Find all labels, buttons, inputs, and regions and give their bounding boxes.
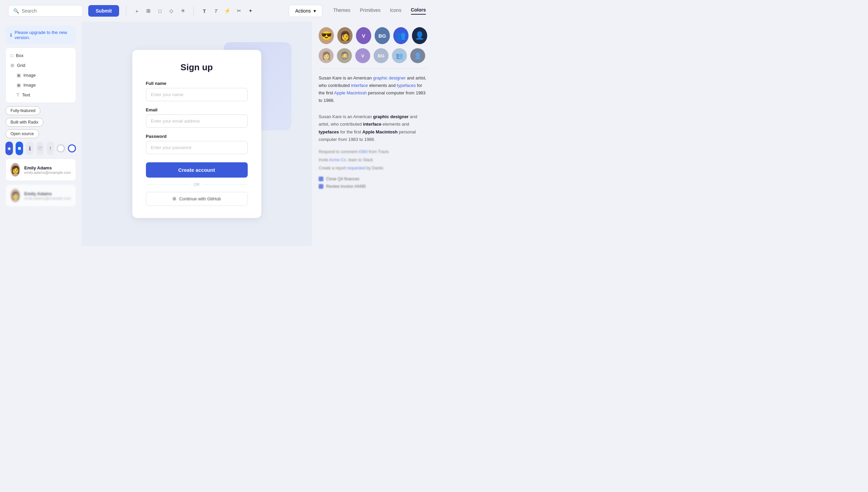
- or-line-left: [146, 184, 190, 185]
- email-input[interactable]: [146, 114, 248, 128]
- link-interface[interactable]: interface: [351, 83, 368, 88]
- notification-list: Respond to comment #384 from Travis Invi…: [319, 149, 427, 171]
- upgrade-notice: ℹ Please upgrade to the new version.: [5, 26, 76, 44]
- heart-btn[interactable]: ♡: [36, 142, 44, 155]
- full-name-group: Full name: [146, 81, 248, 101]
- plus-icon[interactable]: +: [133, 7, 140, 15]
- notif-link-1[interactable]: #384: [358, 149, 367, 154]
- avatar-sm-dark-icon[interactable]: 👤: [410, 48, 425, 63]
- user-email-2: emily.adams@example.com: [24, 196, 71, 200]
- search-icon: 🔍: [13, 8, 19, 14]
- text2-3: elements and: [381, 122, 409, 127]
- notif-2: Invite Acme Co. team to Slack: [319, 157, 427, 163]
- actions-label: Actions: [295, 8, 311, 14]
- nav-item-icons[interactable]: Icons: [390, 7, 401, 14]
- text2-bold-2: interface: [363, 122, 381, 127]
- notif-link-3[interactable]: requested: [347, 166, 365, 170]
- password-input[interactable]: [146, 141, 248, 154]
- text2-bold-3: typefaces: [319, 129, 339, 134]
- asterisk-icon[interactable]: ✳: [179, 7, 187, 15]
- badge-open-source[interactable]: Open source: [5, 129, 39, 138]
- text-kare-3: elements and: [368, 83, 397, 88]
- center-panel: Sign up Full name Email Password Create …: [81, 22, 312, 246]
- checkbox-2[interactable]: Review invoice #4490: [319, 184, 427, 189]
- toolbar-divider-1: [126, 6, 126, 16]
- text2-bold-1: graphic designer: [373, 114, 409, 119]
- tree-item-box-label: Box: [16, 53, 23, 58]
- badge-fully-featured[interactable]: Fully-featured: [5, 106, 40, 115]
- avatar-people-icon[interactable]: 👥: [393, 27, 409, 44]
- or-line-right: [203, 184, 248, 185]
- github-button[interactable]: ⚙ Continue with GitHub: [146, 192, 248, 206]
- link-apple-macintosh[interactable]: Apple Macintosh: [334, 90, 367, 95]
- square-icon[interactable]: □: [156, 7, 164, 15]
- nav-item-colors[interactable]: Colors: [411, 7, 426, 15]
- avatar-letter-v[interactable]: V: [356, 27, 371, 44]
- avatar-sm-letter-v[interactable]: V: [355, 48, 370, 63]
- notif-link-2[interactable]: Acme Co.: [329, 158, 347, 162]
- create-account-button[interactable]: Create account: [146, 162, 248, 178]
- tree-item-box[interactable]: □ Box: [6, 51, 76, 60]
- user-name-2: Emily Adams: [24, 191, 71, 196]
- user-name-1: Emily Adams: [24, 165, 71, 170]
- github-icon: ⚙: [172, 196, 176, 201]
- signup-title: Sign up: [146, 62, 248, 73]
- tree-item-image-2[interactable]: ▣ Image: [6, 80, 76, 90]
- top-toolbar: 🔍 Submit + ⊞ □ ◇ ✳ T T ⚡ ✂ ✦ Actions ▾ T…: [0, 0, 434, 22]
- tree-item-text-label: Text: [22, 92, 30, 97]
- avatar-photo-2[interactable]: 👩: [337, 27, 353, 44]
- avatar-sm-photo-2[interactable]: 🧔: [337, 48, 352, 63]
- right-nav: Themes Primitives Icons Colors: [333, 7, 426, 15]
- image2-icon: ▣: [17, 83, 21, 88]
- avatar-dark-icon[interactable]: 👤: [412, 27, 427, 44]
- notif-1: Respond to comment #384 from Travis: [319, 149, 427, 155]
- text-block-2: Susan Kare is an American graphic design…: [319, 113, 427, 143]
- tree-item-grid-label: Grid: [17, 63, 25, 68]
- full-name-input[interactable]: [146, 88, 248, 101]
- badge-group: Fully-featured Built with Radix Open sou…: [5, 106, 76, 138]
- toolbar-icon-group: + ⊞ □ ◇ ✳: [133, 7, 187, 15]
- grid-icon[interactable]: ⊞: [145, 7, 152, 15]
- square-btn[interactable]: ■: [16, 142, 23, 155]
- tree-item-image-1[interactable]: ▣ Image: [6, 70, 76, 80]
- signup-card: Sign up Full name Email Password Create …: [132, 50, 261, 218]
- text-T-icon[interactable]: T: [201, 7, 208, 15]
- right-panel: 😎 👩 V BG 👥 👤 👩 🧔: [312, 22, 434, 246]
- or-divider: OR: [146, 182, 248, 187]
- checkbox-1[interactable]: Close Q4 finances: [319, 177, 427, 181]
- user-card-2: 👩 Emily Adams emily.adams@example.com: [5, 184, 76, 207]
- actions-button[interactable]: Actions ▾: [289, 5, 322, 17]
- star-btn[interactable]: ★: [5, 142, 13, 155]
- lightning-icon[interactable]: ⚡: [224, 7, 231, 15]
- avatar-photo-1[interactable]: 😎: [319, 27, 334, 44]
- diamond-icon[interactable]: ◇: [168, 7, 175, 15]
- scissors-icon[interactable]: ✂: [235, 7, 243, 15]
- avatar-sm-people-icon[interactable]: 👥: [392, 48, 407, 63]
- avatar-sm-letter-bg[interactable]: BG: [374, 48, 389, 63]
- tree-item-grid[interactable]: ⊞ Grid: [6, 60, 76, 70]
- tree-item-text[interactable]: T Text: [6, 90, 76, 100]
- avatar-sm-photo-1[interactable]: 👩: [319, 48, 334, 63]
- badge-radix[interactable]: Built with Radix: [5, 118, 43, 127]
- toggle-on[interactable]: [68, 144, 76, 152]
- icon-button-row: ★ ■ ℹ ♡ ↑: [5, 142, 76, 155]
- share-btn[interactable]: ↑: [46, 142, 54, 155]
- toggle-off[interactable]: [57, 144, 65, 152]
- main-content: ℹ Please upgrade to the new version. □ B…: [0, 22, 434, 246]
- nav-item-themes[interactable]: Themes: [333, 7, 351, 14]
- or-text: OR: [194, 182, 200, 187]
- link-typefaces[interactable]: typefaces: [397, 83, 416, 88]
- divider-1: [319, 69, 427, 69]
- italic-T-icon[interactable]: T: [212, 7, 220, 15]
- star-icon[interactable]: ✦: [247, 7, 254, 15]
- submit-button[interactable]: Submit: [88, 5, 119, 17]
- link-graphic-designer[interactable]: graphic designer: [373, 75, 405, 80]
- user-avatar-1: 👩: [11, 163, 20, 177]
- checkbox-list: Close Q4 finances Review invoice #4490: [319, 177, 427, 189]
- user-card-1: 👩 Emily Adams emily.adams@example.com: [5, 159, 76, 181]
- search-input[interactable]: [22, 8, 78, 14]
- info-btn[interactable]: ℹ: [26, 142, 33, 155]
- nav-item-primitives[interactable]: Primitives: [360, 7, 381, 14]
- avatar-letter-bg[interactable]: BG: [375, 27, 390, 44]
- text-block-1: Susan Kare is an American graphic design…: [319, 74, 427, 108]
